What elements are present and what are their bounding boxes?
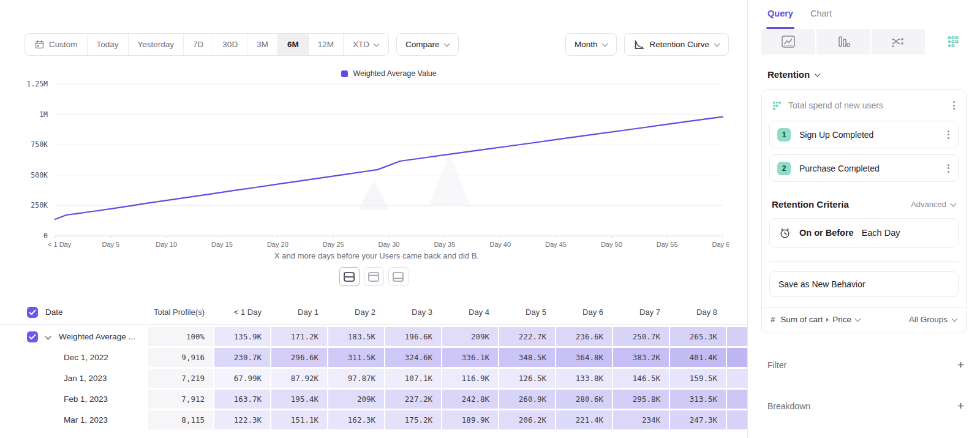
retention-value-cell[interactable]: 67.99K: [214, 369, 270, 388]
retention-value-cell[interactable]: 189.9K: [442, 410, 498, 429]
compare-button[interactable]: Compare: [396, 33, 459, 56]
expand-row-chevron-icon[interactable]: [45, 334, 51, 340]
step-event-label: Purchase Completed: [799, 164, 937, 173]
tab-query[interactable]: Query: [767, 9, 793, 29]
retention-value-cell[interactable]: 265.3K: [670, 327, 726, 346]
retention-value-cell[interactable]: 183.5K: [328, 327, 384, 346]
retention-value-cell[interactable]: 401.4K: [670, 348, 726, 367]
retention-grid-icon: [946, 35, 960, 48]
behavior-step-1[interactable]: 1Sign Up Completed: [769, 121, 959, 148]
retention-value-cell[interactable]: 163.7K: [214, 390, 270, 409]
date-range-yesterday[interactable]: Yesterday: [129, 34, 184, 55]
analysis-type-dropdown[interactable]: Retention: [767, 69, 980, 80]
retention-value-cell[interactable]: 175.2K: [385, 410, 441, 429]
retention-value-cell[interactable]: 230.7K: [214, 348, 270, 367]
clipped-value-cell[interactable]: [727, 369, 747, 388]
retention-condition-selector[interactable]: On or Before Each Day: [769, 218, 959, 247]
retention-value-cell[interactable]: 296.6K: [271, 348, 327, 367]
chart-type-button[interactable]: Retention Curve: [624, 33, 729, 56]
retention-value-cell[interactable]: 126.5K: [499, 369, 555, 388]
sidebar-tabs: Query Chart: [748, 0, 980, 29]
clipped-value-cell[interactable]: [727, 348, 747, 367]
compare-label: Compare: [405, 40, 440, 49]
retention-value-cell[interactable]: 146.5K: [613, 369, 669, 388]
retention-value-cell[interactable]: 311.5K: [328, 348, 384, 367]
retention-value-cell[interactable]: 324.6K: [385, 348, 441, 367]
date-range-xtd[interactable]: XTD: [344, 34, 388, 55]
kebab-menu-icon[interactable]: [945, 128, 952, 142]
retention-value-cell[interactable]: 206.2K: [499, 410, 555, 429]
date-range-30d[interactable]: 30D: [213, 34, 247, 55]
row-date-cell: Weighted Average ...: [0, 327, 147, 346]
kebab-menu-icon[interactable]: [951, 99, 957, 112]
row-checkbox[interactable]: [27, 331, 38, 342]
retention-value-cell[interactable]: 209K: [442, 327, 498, 346]
clipped-value-cell[interactable]: [727, 390, 747, 409]
retention-value-cell[interactable]: 151.1K: [271, 410, 327, 429]
retention-value-cell[interactable]: 162.3K: [328, 410, 384, 429]
date-range-today[interactable]: Today: [88, 34, 129, 55]
retention-value-cell[interactable]: 107.1K: [385, 369, 441, 388]
save-as-new-behavior-label: Save as New Behavior: [778, 279, 865, 289]
add-filter-button[interactable]: +: [957, 359, 964, 371]
date-range-7d[interactable]: 7D: [184, 34, 213, 55]
retention-value-cell[interactable]: 280.6K: [556, 390, 612, 409]
kebab-menu-icon[interactable]: [945, 162, 952, 175]
clipped-value-cell[interactable]: [727, 410, 747, 429]
retention-value-cell[interactable]: 250.7K: [613, 327, 669, 346]
table-focus-view-toggle[interactable]: [388, 267, 409, 286]
split-view-toggle[interactable]: [339, 267, 360, 286]
day-column-header: Day 3: [385, 308, 441, 317]
retention-value-cell[interactable]: 234K: [613, 410, 669, 429]
chart-focus-view-toggle[interactable]: [364, 267, 384, 286]
retention-value-cell[interactable]: 348.5K: [499, 348, 555, 367]
retention-value-cell[interactable]: 242.8K: [442, 390, 498, 409]
save-as-new-behavior-button[interactable]: Save as New Behavior: [769, 271, 959, 297]
retention-value-cell[interactable]: 295.8K: [613, 390, 669, 409]
behavior-step-2[interactable]: 2Purchase Completed: [769, 154, 959, 182]
breakdown-label: Breakdown: [767, 401, 957, 411]
retention-value-cell[interactable]: 87.92K: [271, 369, 327, 388]
measurement-property-dropdown[interactable]: Sum of cart Price: [780, 315, 903, 324]
retention-value-cell[interactable]: 209K: [328, 390, 384, 409]
date-range-custom[interactable]: Custom: [25, 34, 88, 55]
retention-value-cell[interactable]: 236.6K: [556, 327, 612, 346]
retention-value-cell[interactable]: 133.8K: [556, 369, 612, 388]
retention-value-cell[interactable]: 195.4K: [271, 390, 327, 409]
retention-value-cell[interactable]: 260.9K: [499, 390, 555, 409]
viz-type-flow-button[interactable]: [872, 29, 927, 55]
retention-value-cell[interactable]: 247.3K: [670, 410, 726, 429]
viz-type-bar-chart-button[interactable]: [816, 29, 872, 55]
retention-value-cell[interactable]: 364.8K: [556, 348, 612, 367]
chart-type-label: Retention Curve: [649, 40, 709, 49]
retention-value-cell[interactable]: 313.5K: [670, 390, 726, 409]
retention-value-cell[interactable]: 135.9K: [214, 327, 270, 346]
date-range-6m[interactable]: 6M: [278, 34, 309, 55]
retention-value-cell[interactable]: 116.9K: [442, 369, 498, 388]
clipped-value-cell[interactable]: [727, 327, 747, 346]
retention-value-cell[interactable]: 222.7K: [499, 327, 555, 346]
retention-value-cell[interactable]: 97.87K: [328, 369, 384, 388]
row-date-cell: Feb 1, 2023: [0, 390, 147, 409]
retention-value-cell[interactable]: 122.3K: [214, 410, 270, 429]
retention-value-cell[interactable]: 221.4K: [556, 410, 612, 429]
retention-value-cell[interactable]: 171.2K: [271, 327, 327, 346]
retention-curve-chart[interactable]: 0250K500K750K1M1.25M< 1 DayDay 5Day 10Da…: [24, 75, 729, 254]
add-breakdown-button[interactable]: +: [957, 400, 964, 412]
criteria-mode-dropdown[interactable]: Advanced: [911, 200, 956, 209]
date-range-segmented-control: CustomTodayYesterday7D30D3M6M12MXTD: [24, 33, 389, 56]
select-all-checkbox[interactable]: [27, 307, 38, 318]
date-range-3m[interactable]: 3M: [247, 34, 278, 55]
retention-value-cell[interactable]: 336.1K: [442, 348, 498, 367]
viz-type-retention-grid-button[interactable]: [926, 29, 980, 55]
date-range-12m[interactable]: 12M: [309, 34, 344, 55]
toolbar: CustomTodayYesterday7D30D3M6M12MXTD Comp…: [24, 33, 729, 56]
viz-type-line-chart-button[interactable]: [761, 29, 816, 55]
tab-chart[interactable]: Chart: [810, 9, 832, 29]
granularity-button[interactable]: Month: [565, 33, 617, 56]
groups-dropdown[interactable]: All Groups: [909, 315, 957, 324]
retention-value-cell[interactable]: 196.6K: [385, 327, 441, 346]
retention-value-cell[interactable]: 383.2K: [613, 348, 669, 367]
retention-value-cell[interactable]: 227.2K: [385, 390, 441, 409]
retention-value-cell[interactable]: 159.5K: [670, 369, 726, 388]
